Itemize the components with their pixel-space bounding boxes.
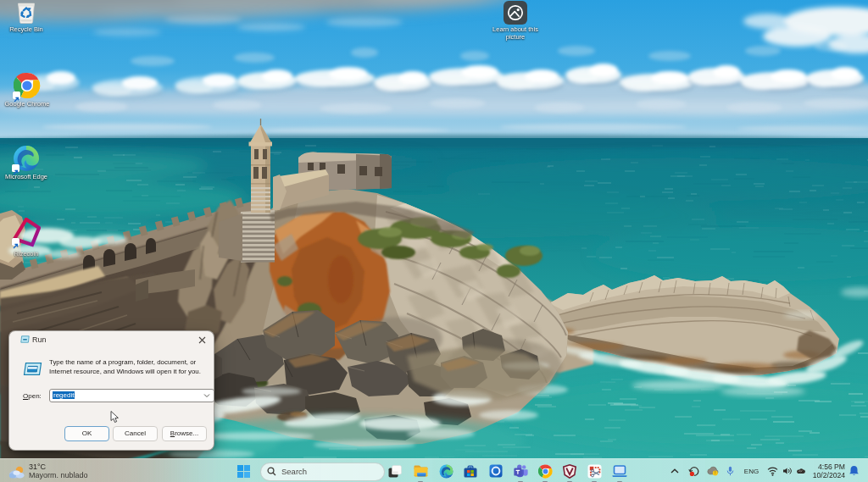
svg-text:!: ! xyxy=(715,471,715,475)
